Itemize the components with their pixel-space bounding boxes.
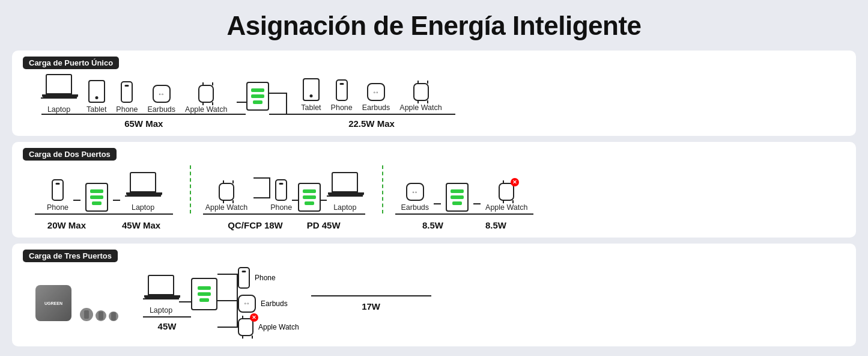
power-label-g2-1: QC/FCP 18W bbox=[228, 220, 282, 230]
charger-box-g1 bbox=[85, 183, 108, 212]
three-port-section: Carga de Tres Puertos UGREEN bbox=[12, 244, 856, 346]
tablet-icon-2 bbox=[303, 78, 320, 101]
plug-2 bbox=[96, 310, 106, 321]
tablet-label-1: Tablet bbox=[86, 105, 106, 114]
two-port-group2: Apple Watch Phone bbox=[203, 170, 365, 230]
watch-label-1: Apple Watch bbox=[185, 105, 227, 114]
device-laptop-g1: Laptop bbox=[125, 172, 161, 212]
plug-3 bbox=[109, 312, 118, 321]
device-phone-2: Phone bbox=[331, 79, 353, 112]
earbuds-icon-2 bbox=[367, 83, 385, 101]
device-tablet-2: Tablet bbox=[301, 78, 321, 112]
device-tablet-1: Tablet bbox=[86, 80, 106, 114]
power-label-right-1: 22.5W Max bbox=[348, 118, 395, 129]
divider-1 bbox=[190, 165, 191, 213]
phone-label-3port: Phone bbox=[255, 274, 276, 282]
phone-icon-g2 bbox=[275, 179, 287, 201]
device-earbuds-g3: Earbuds bbox=[401, 183, 429, 212]
watch-label-g3: Apple Watch bbox=[485, 203, 527, 212]
charger-box-g2 bbox=[298, 183, 321, 212]
power-label-3port-right: 17W bbox=[311, 301, 431, 312]
charger-box-g3 bbox=[446, 183, 469, 212]
watch-label-3port: Apple Watch bbox=[258, 323, 299, 331]
three-port-right-devices: Phone Earbuds ✕ Apple Watch bbox=[238, 267, 299, 336]
device-earbuds-1: Earbuds bbox=[148, 85, 176, 114]
tablet-icon-1 bbox=[88, 80, 105, 103]
laptop-icon-1 bbox=[46, 74, 72, 94]
power-label-g1-2: 45W Max bbox=[122, 220, 160, 230]
phone-label-2: Phone bbox=[331, 103, 353, 112]
single-port-left-group: Laptop Tablet Phone Earbuds bbox=[41, 74, 246, 129]
watch-red-x-g3: ✕ bbox=[511, 178, 519, 186]
underline-1 bbox=[41, 114, 246, 115]
two-port-section: Carga de Dos Puertos Phone bbox=[12, 142, 856, 238]
earbuds-label-2: Earbuds bbox=[362, 103, 390, 112]
connector-line-1 bbox=[237, 102, 246, 103]
underline-2 bbox=[287, 114, 455, 115]
single-port-right-devices: Tablet Phone Earbuds Apple Watch bbox=[301, 78, 442, 112]
divider-2 bbox=[382, 165, 383, 213]
device-watch-2: Apple Watch bbox=[399, 83, 442, 112]
power-label-g2-2: PD 45W bbox=[307, 220, 341, 230]
laptop-label-3port: Laptop bbox=[150, 306, 172, 315]
device-phone-g2: Phone bbox=[270, 179, 292, 212]
phone-icon-2 bbox=[336, 79, 348, 101]
device-laptop-g2: Laptop bbox=[327, 172, 363, 212]
power-label-left-1: 65W Max bbox=[124, 118, 163, 129]
device-earbuds-2: Earbuds bbox=[362, 83, 390, 112]
laptop-icon-g1 bbox=[130, 172, 156, 192]
power-label-g3-2: 8.5W bbox=[485, 220, 506, 230]
device-laptop-1: Laptop bbox=[41, 74, 77, 114]
watch-icon-2 bbox=[413, 83, 429, 101]
phone-label-g1: Phone bbox=[47, 203, 68, 212]
watch-red-x-3port: ✕ bbox=[250, 313, 258, 322]
power-label-g3-1: 8.5W bbox=[422, 220, 443, 230]
device-phone-3port: Phone bbox=[238, 267, 299, 289]
earbuds-label-g3: Earbuds bbox=[401, 203, 429, 212]
charger-bar-3 bbox=[253, 100, 263, 104]
laptop-icon-g2 bbox=[332, 172, 358, 192]
phone-label-g2: Phone bbox=[270, 203, 292, 212]
earbuds-label-1: Earbuds bbox=[148, 105, 176, 114]
two-port-label: Carga de Dos Puertos bbox=[23, 148, 117, 161]
charger-box-1 bbox=[246, 82, 269, 111]
two-port-group3: Earbuds ✕ Apple Watc bbox=[395, 183, 533, 230]
device-earbuds-3port: Earbuds bbox=[238, 295, 299, 313]
device-phone-g1: Phone bbox=[47, 179, 68, 212]
phone-label-1: Phone bbox=[116, 105, 138, 114]
single-port-section: Carga de Puerto Único Laptop Tablet bbox=[12, 51, 856, 136]
watch-label-g2-1: Apple Watch bbox=[205, 203, 247, 212]
charger-product-icon: UGREEN bbox=[35, 285, 71, 321]
phone-icon-1 bbox=[121, 81, 133, 103]
laptop-label-1: Laptop bbox=[47, 105, 70, 114]
charger-box-3port bbox=[191, 278, 217, 310]
charger-bar-2 bbox=[251, 94, 264, 98]
earbuds-icon-1 bbox=[153, 85, 171, 103]
device-watch-3port: ✕ Apple Watch bbox=[238, 318, 299, 336]
device-watch-g2-1: Apple Watch bbox=[205, 183, 247, 212]
single-port-label: Carga de Puerto Único bbox=[23, 57, 119, 69]
single-port-right-group: Tablet Phone Earbuds Apple Watch bbox=[287, 78, 455, 129]
watch-icon-1 bbox=[198, 85, 214, 103]
earbuds-icon-g3 bbox=[406, 183, 424, 201]
device-watch-g3: ✕ Apple Watch bbox=[485, 183, 527, 212]
phone-icon-3port bbox=[238, 267, 250, 289]
three-port-branch bbox=[217, 268, 238, 334]
tablet-label-2: Tablet bbox=[301, 103, 321, 112]
three-port-label: Carga de Tres Puertos bbox=[23, 250, 118, 262]
product-brand-label: UGREEN bbox=[44, 301, 62, 305]
device-watch-1: Apple Watch bbox=[185, 85, 227, 114]
watch-label-2: Apple Watch bbox=[399, 103, 442, 112]
plug-1 bbox=[80, 308, 93, 321]
power-label-3port-left: 45W bbox=[158, 321, 177, 331]
earbuds-label-3port: Earbuds bbox=[261, 299, 288, 308]
charger-bar-1 bbox=[251, 88, 264, 92]
power-label-g1-1: 20W Max bbox=[47, 220, 86, 230]
device-laptop-3port: Laptop bbox=[143, 275, 179, 315]
laptop-label-g1: Laptop bbox=[132, 203, 154, 212]
laptop-icon-3port bbox=[148, 275, 174, 295]
device-phone-1: Phone bbox=[116, 81, 138, 114]
main-title: Asignación de Energía Inteligente bbox=[226, 11, 641, 41]
phone-icon-g1 bbox=[52, 179, 64, 201]
earbuds-icon-3port bbox=[238, 295, 256, 313]
